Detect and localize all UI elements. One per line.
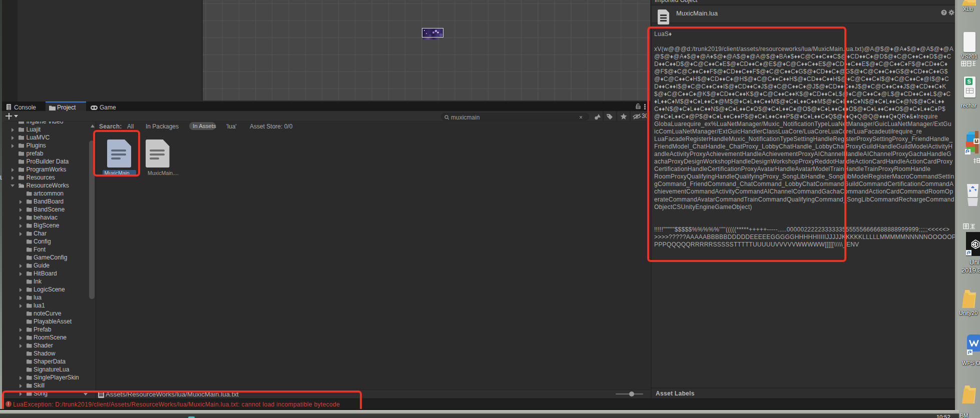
- svg-text:?: ?: [942, 10, 945, 15]
